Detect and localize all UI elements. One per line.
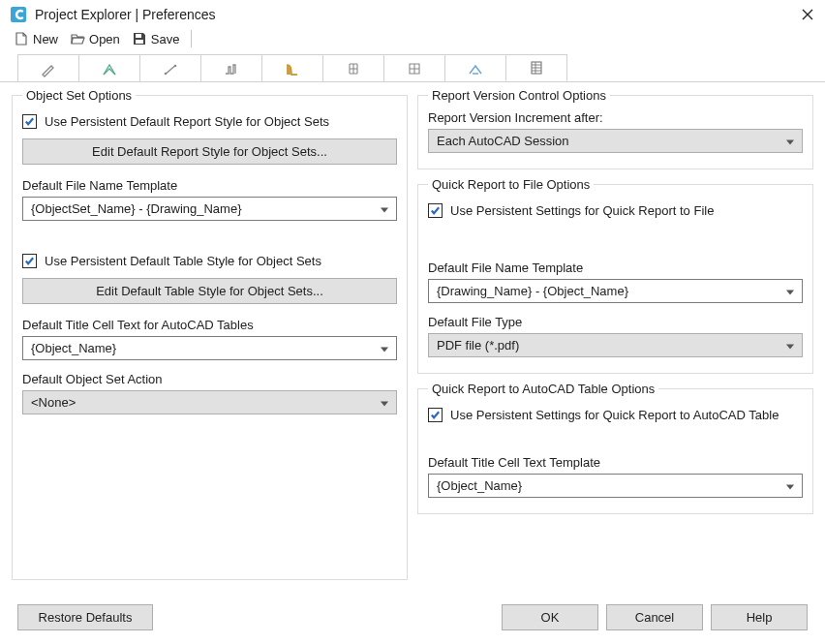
footer: Restore Defaults OK Cancel Help <box>0 595 825 644</box>
save-icon <box>132 31 147 46</box>
edit-default-report-style-button[interactable]: Edit Default Report Style for Object Set… <box>22 138 397 165</box>
default-object-set-action-combo[interactable]: <None> <box>22 390 397 414</box>
quick-report-table-group: Quick Report to AutoCAD Table Options Us… <box>417 382 813 514</box>
default-filename-template-label: Default File Name Template <box>22 178 397 193</box>
default-filename-template-value: {ObjectSet_Name} - {Drawing_Name} <box>31 201 242 216</box>
svg-rect-2 <box>136 40 143 44</box>
svg-point-3 <box>165 72 168 75</box>
tab-3[interactable] <box>139 54 201 81</box>
body: Object Set Options Use Persistent Defaul… <box>0 82 825 582</box>
checkbox-icon <box>428 203 443 218</box>
toolbar-new-label: New <box>33 32 58 46</box>
qr-table-title-template-value: {Object_Name} <box>437 478 522 493</box>
use-persist-table-style-checkbox[interactable]: Use Persistent Default Table Style for O… <box>22 254 397 268</box>
ok-button[interactable]: OK <box>502 604 598 630</box>
qr-file-name-template-combo[interactable]: {Drawing_Name} - {Object_Name} <box>428 279 803 303</box>
quick-report-file-legend: Quick Report to File Options <box>428 177 594 192</box>
qr-table-title-template-combo[interactable]: {Object_Name} <box>428 474 803 498</box>
report-version-increment-label: Report Version Increment after: <box>428 110 803 125</box>
report-version-control-legend: Report Version Control Options <box>428 88 610 103</box>
edit-default-table-style-button[interactable]: Edit Default Table Style for Object Sets… <box>22 278 397 304</box>
object-set-options-group: Object Set Options Use Persistent Defaul… <box>12 88 408 580</box>
qr-file-type-combo[interactable]: PDF file (*.pdf) <box>428 333 803 357</box>
use-persist-quick-report-table-label: Use Persistent Settings for Quick Report… <box>450 408 779 422</box>
report-version-increment-combo[interactable]: Each AutoCAD Session <box>428 129 803 153</box>
tab-2[interactable] <box>78 54 140 81</box>
tab-6[interactable] <box>322 54 384 81</box>
new-file-icon <box>14 31 29 46</box>
toolbar-save[interactable]: Save <box>128 29 184 48</box>
checkbox-icon <box>22 254 37 268</box>
use-persist-table-style-label: Use Persistent Default Table Style for O… <box>45 254 321 268</box>
open-folder-icon <box>70 31 85 46</box>
default-title-cell-label: Default Title Cell Text for AutoCAD Tabl… <box>22 318 397 332</box>
toolbar: New Open Save <box>0 27 825 54</box>
report-version-control-group: Report Version Control Options Report Ve… <box>417 88 813 169</box>
default-object-set-action-value: <None> <box>31 395 76 410</box>
qr-table-title-template-label: Default Title Cell Text Template <box>428 455 803 470</box>
window-title: Project Explorer | Preferences <box>35 7 792 22</box>
report-version-increment-value: Each AutoCAD Session <box>437 134 569 148</box>
svg-rect-1 <box>136 34 141 38</box>
default-title-cell-combo[interactable]: {Object_Name} <box>22 336 397 360</box>
tab-8[interactable] <box>444 54 506 81</box>
default-filename-template-combo[interactable]: {ObjectSet_Name} - {Drawing_Name} <box>22 197 397 221</box>
quick-report-table-legend: Quick Report to AutoCAD Table Options <box>428 382 658 396</box>
tab-1[interactable] <box>17 54 79 81</box>
default-title-cell-value: {Object_Name} <box>31 341 116 355</box>
toolbar-save-label: Save <box>151 32 180 46</box>
qr-file-type-value: PDF file (*.pdf) <box>437 338 519 353</box>
app-icon <box>10 6 27 23</box>
use-persist-quick-report-file-checkbox[interactable]: Use Persistent Settings for Quick Report… <box>428 203 803 218</box>
restore-defaults-button[interactable]: Restore Defaults <box>17 604 153 630</box>
tabstrip <box>0 54 825 82</box>
use-persist-quick-report-table-checkbox[interactable]: Use Persistent Settings for Quick Report… <box>428 408 803 422</box>
toolbar-new[interactable]: New <box>10 29 62 48</box>
qr-file-name-template-value: {Drawing_Name} - {Object_Name} <box>437 284 628 298</box>
cancel-button[interactable]: Cancel <box>606 604 703 630</box>
titlebar: Project Explorer | Preferences <box>0 0 825 27</box>
checkbox-icon <box>428 408 443 422</box>
quick-report-file-group: Quick Report to File Options Use Persist… <box>417 177 813 374</box>
use-persist-report-style-checkbox[interactable]: Use Persistent Default Report Style for … <box>22 114 397 129</box>
left-column: Object Set Options Use Persistent Defaul… <box>12 82 408 582</box>
close-icon[interactable] <box>800 7 815 22</box>
svg-point-4 <box>174 64 177 67</box>
object-set-options-legend: Object Set Options <box>22 88 136 103</box>
right-column: Report Version Control Options Report Ve… <box>417 82 813 582</box>
tab-4[interactable] <box>200 54 262 81</box>
toolbar-separator <box>191 30 192 47</box>
tab-9-active[interactable] <box>505 54 567 81</box>
toolbar-open[interactable]: Open <box>66 29 124 48</box>
svg-rect-0 <box>11 7 26 22</box>
qr-file-type-label: Default File Type <box>428 315 803 329</box>
tab-7[interactable] <box>383 54 445 81</box>
use-persist-report-style-label: Use Persistent Default Report Style for … <box>45 114 329 129</box>
toolbar-open-label: Open <box>89 32 120 46</box>
qr-file-name-template-label: Default File Name Template <box>428 261 803 275</box>
checkbox-icon <box>22 114 37 129</box>
help-button[interactable]: Help <box>711 604 808 630</box>
use-persist-quick-report-file-label: Use Persistent Settings for Quick Report… <box>450 203 714 218</box>
default-object-set-action-label: Default Object Set Action <box>22 372 397 386</box>
tab-5[interactable] <box>261 54 323 81</box>
